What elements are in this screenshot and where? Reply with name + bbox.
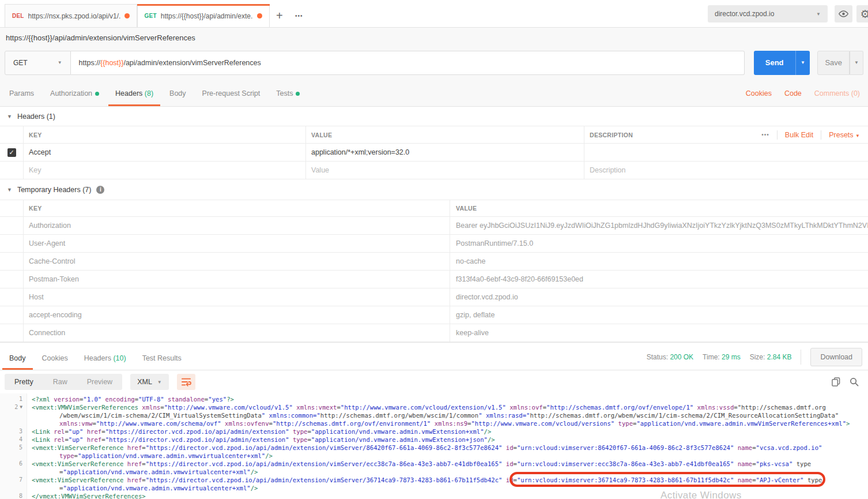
download-button[interactable]: Download <box>810 348 862 366</box>
header-description-cell[interactable] <box>584 144 868 161</box>
line-number: 5 <box>0 444 27 452</box>
tab-tests[interactable]: Tests <box>268 89 308 106</box>
unsaved-dot-icon <box>124 13 130 18</box>
column-description: DESCRIPTION <box>590 132 633 138</box>
copy-icon[interactable] <box>832 377 840 387</box>
send-button[interactable]: Send <box>754 51 795 75</box>
info-icon[interactable]: i <box>96 186 104 194</box>
line-number <box>0 468 27 476</box>
format-select[interactable]: XML ▼ <box>130 374 169 390</box>
code-line: 3<Link rel="up" href="https://director.v… <box>0 427 868 436</box>
code-link[interactable]: Code <box>784 89 802 97</box>
response-bar: Body Cookies Headers (10) Test Results S… <box>0 342 868 370</box>
environment-selector[interactable]: director.vcd.zpod.io ▼ <box>708 5 828 22</box>
request-tab-delete-nsx[interactable]: DEL https://nsx.pks.zpod.io/api/v1/... <box>5 4 137 27</box>
response-tab-body[interactable]: Body <box>1 354 34 370</box>
request-title-bar: https://{{host}}/api/admin/extension/vim… <box>0 28 868 47</box>
temp-header-key: Connection <box>23 324 450 342</box>
line-number: 6 <box>0 460 27 468</box>
annotation-circle <box>510 472 825 487</box>
request-tab-strip: DEL https://nsx.pks.zpod.io/api/v1/... G… <box>0 0 868 28</box>
chevron-down-icon: ▼ <box>854 60 859 65</box>
status-value: 200 OK <box>670 353 693 361</box>
temp-header-value: PostmanRuntime/7.15.0 <box>450 235 868 252</box>
send-options-button[interactable]: ▼ <box>795 51 810 75</box>
new-key-input[interactable]: Key <box>23 162 305 179</box>
wrap-lines-icon <box>181 377 191 387</box>
chevron-down-icon: ▼ <box>157 380 162 385</box>
comments-link[interactable]: Comments (0) <box>814 89 860 97</box>
code-line: 4<Link rel="up" href="https://director.v… <box>0 436 868 444</box>
method-badge-del: DEL <box>12 13 24 19</box>
save-options-button[interactable]: ▼ <box>850 51 863 75</box>
cookies-link[interactable]: Cookies <box>746 89 772 97</box>
headers-count: (8) <box>145 89 153 97</box>
temp-header-row: accept-encodinggzip, deflate <box>0 306 868 324</box>
tab-params[interactable]: Params <box>1 89 42 106</box>
chevron-down-icon: ▼ <box>801 60 805 65</box>
mode-raw[interactable]: Raw <box>43 374 77 390</box>
bulk-edit-link[interactable]: Bulk Edit <box>785 131 813 139</box>
temp-header-row: Postman-Tokenf313f4a0-6ebf-43c9-8f20-66f… <box>0 271 868 288</box>
temp-header-value: director.vcd.zpod.io <box>450 288 868 306</box>
size-value: 2.84 KB <box>767 353 792 361</box>
request-options-tabs: Params Authorization Headers (8) Body Pr… <box>0 78 868 107</box>
line-number: 8 <box>0 492 27 499</box>
mode-preview[interactable]: Preview <box>77 374 122 390</box>
code-line: 1<?xml version="1.0" encoding="UTF-8" st… <box>0 395 868 403</box>
request-title: https://{{host}}/api/admin/extension/vim… <box>6 33 195 42</box>
status-label: Status: <box>647 353 668 361</box>
temp-header-key: Postman-Token <box>23 271 450 288</box>
tab-headers[interactable]: Headers (8) <box>107 89 161 106</box>
new-tab-button[interactable]: + <box>270 4 289 27</box>
code-line: /wbem/wscim/1/cim-schema/2/CIM_VirtualSy… <box>0 411 868 419</box>
fold-caret-icon[interactable]: ▼ <box>20 403 22 411</box>
collapse-triangle-icon: ▼ <box>7 114 12 119</box>
tab-authorization[interactable]: Authorization <box>42 89 107 106</box>
headers-table-header: KEY VALUE DESCRIPTION ••• Bulk Edit Pres… <box>0 126 868 144</box>
code-line: 6<vmext:VimServerReference href="https:/… <box>0 460 868 468</box>
header-menu-button[interactable]: ••• <box>761 132 769 138</box>
line-number <box>0 452 27 460</box>
temp-header-row: User-AgentPostmanRuntime/7.15.0 <box>0 235 868 253</box>
response-tab-headers[interactable]: Headers (10) <box>76 354 134 370</box>
response-tab-cookies[interactable]: Cookies <box>34 354 76 370</box>
temp-headers-table-header: KEY VALUE <box>0 200 868 217</box>
green-dot-icon <box>95 92 99 96</box>
checkbox-checked[interactable]: ✓ <box>7 148 16 157</box>
response-body-viewer[interactable]: 1<?xml version="1.0" encoding="UTF-8" st… <box>0 393 868 499</box>
mode-pretty[interactable]: Pretty <box>5 374 43 390</box>
temp-header-value: keep-alive <box>450 324 868 342</box>
new-description-input[interactable]: Description <box>584 162 868 179</box>
temp-header-value: Bearer eyJhbGciOiJSUzI1NiJ9.eyJzdWIiOiJh… <box>450 217 868 234</box>
new-value-input[interactable]: Value <box>305 162 584 179</box>
tab-url: https://{{host}}/api/admin/exte... <box>161 12 253 20</box>
presets-dropdown[interactable]: Presets ▼ <box>829 131 860 139</box>
header-value-cell[interactable]: application/*+xml;version=32.0 <box>305 144 584 161</box>
tab-body[interactable]: Body <box>161 89 194 106</box>
url-host-variable: {{host}} <box>100 59 123 67</box>
method-select[interactable]: GET ▼ <box>5 51 71 75</box>
line-number <box>0 484 27 492</box>
line-number <box>0 411 27 419</box>
request-tab-get-vimserver[interactable]: GET https://{{host}}/api/admin/exte... <box>137 4 270 27</box>
code-line: xmlns:vmw="http://www.vmware.com/schema/… <box>0 419 868 427</box>
response-tab-test-results[interactable]: Test Results <box>134 354 190 370</box>
temp-headers-section-header[interactable]: ▼ Temporary Headers (7) i <box>0 179 868 200</box>
response-toolbar: Pretty Raw Preview XML ▼ <box>0 370 868 393</box>
header-key-cell[interactable]: Accept <box>23 144 305 161</box>
temp-header-key: Authorization <box>23 217 450 234</box>
save-button[interactable]: Save <box>817 51 850 75</box>
headers-section-header[interactable]: ▼ Headers (1) <box>0 107 868 126</box>
tab-pre-request-script[interactable]: Pre-request Script <box>194 89 269 106</box>
url-input[interactable]: https://{{host}}/api/admin/extension/vim… <box>71 51 745 75</box>
temp-header-key: User-Agent <box>23 235 450 252</box>
wrap-text-button[interactable] <box>177 374 195 390</box>
environment-quick-look-button[interactable] <box>835 5 852 22</box>
temp-header-row: Hostdirector.vcd.zpod.io <box>0 288 868 306</box>
environment-settings-button[interactable]: ⚙ <box>856 5 868 22</box>
gear-icon: ⚙ <box>860 7 868 21</box>
search-icon[interactable] <box>850 377 859 387</box>
eye-icon <box>839 10 848 17</box>
tab-options-button[interactable]: ••• <box>289 4 309 27</box>
